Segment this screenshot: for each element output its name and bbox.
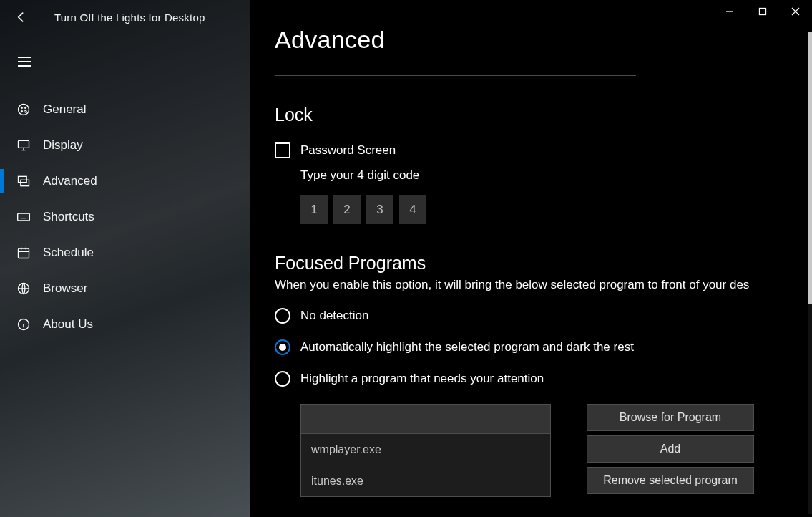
hamburger-button[interactable] xyxy=(7,44,41,79)
program-list-item[interactable]: wmplayer.exe xyxy=(300,434,551,465)
digit-1-button[interactable]: 1 xyxy=(300,195,328,224)
digit-2-button[interactable]: 2 xyxy=(333,195,361,224)
hamburger-icon xyxy=(18,57,31,67)
sidebar-item-advanced[interactable]: Advanced xyxy=(0,163,250,199)
main-panel: Advanced Lock Password Screen Type your … xyxy=(250,0,812,517)
remove-program-button[interactable]: Remove selected program xyxy=(587,467,754,494)
sidebar-item-label: Schedule xyxy=(43,246,94,260)
window-controls xyxy=(713,0,812,23)
svg-rect-8 xyxy=(19,248,29,258)
password-screen-label: Password Screen xyxy=(300,143,396,158)
focused-description: When you enable this option, it will bri… xyxy=(275,278,812,292)
arrow-left-icon xyxy=(14,10,29,24)
close-icon xyxy=(791,7,800,16)
sidebar-header: Turn Off the Lights for Desktop xyxy=(0,0,250,34)
radio-auto-highlight-label: Automatically highlight the selected pro… xyxy=(300,340,634,354)
calendar-icon xyxy=(16,245,31,261)
sidebar-item-label: General xyxy=(43,102,86,117)
password-screen-checkbox[interactable] xyxy=(275,142,290,158)
section-heading-lock: Lock xyxy=(275,105,812,125)
sidebar-item-label: About Us xyxy=(43,317,93,332)
sidebar-item-label: Display xyxy=(43,138,83,153)
sidebar-item-general[interactable]: General xyxy=(0,92,250,127)
program-list-column: wmplayer.exe itunes.exe xyxy=(300,404,551,497)
sidebar-item-label: Advanced xyxy=(43,174,97,188)
program-list-item[interactable]: itunes.exe xyxy=(300,465,551,497)
svg-rect-4 xyxy=(19,140,29,148)
sidebar-item-about[interactable]: About Us xyxy=(0,306,250,342)
sidebar-item-schedule[interactable]: Schedule xyxy=(0,235,250,271)
sidebar-item-label: Shortcuts xyxy=(43,210,94,224)
app-title: Turn Off the Lights for Desktop xyxy=(54,11,205,24)
monitor-icon xyxy=(16,137,31,153)
sidebar: Turn Off the Lights for Desktop General … xyxy=(0,0,250,517)
layers-icon xyxy=(16,173,31,189)
svg-rect-11 xyxy=(760,9,766,15)
code-label: Type your 4 digit code xyxy=(300,168,812,183)
program-path-input[interactable] xyxy=(300,404,551,434)
minimize-icon xyxy=(725,7,734,16)
globe-icon xyxy=(16,281,31,296)
title-divider xyxy=(275,75,636,76)
svg-rect-6 xyxy=(21,180,29,185)
scrollbar-track[interactable] xyxy=(808,32,812,514)
browse-program-button[interactable]: Browse for Program xyxy=(587,404,754,431)
section-heading-focused: Focused Programs xyxy=(275,253,812,274)
svg-point-0 xyxy=(19,105,29,115)
back-button[interactable] xyxy=(7,3,36,32)
minimize-button[interactable] xyxy=(713,0,746,23)
digit-3-button[interactable]: 3 xyxy=(366,195,393,224)
sidebar-item-label: Browser xyxy=(43,281,87,296)
svg-point-2 xyxy=(24,107,26,108)
page-title: Advanced xyxy=(275,26,812,54)
program-buttons-column: Browse for Program Add Remove selected p… xyxy=(587,404,754,497)
radio-no-detection-label: No detection xyxy=(300,309,368,323)
app-window: Turn Off the Lights for Desktop General … xyxy=(0,0,812,517)
password-screen-row: Password Screen xyxy=(275,142,812,158)
radio-auto-highlight-row: Automatically highlight the selected pro… xyxy=(275,339,812,355)
radio-attention[interactable] xyxy=(275,371,290,387)
add-program-button[interactable]: Add xyxy=(587,435,754,463)
svg-rect-7 xyxy=(18,213,30,221)
code-section: Type your 4 digit code 1 2 3 4 xyxy=(300,168,812,224)
nav-list: General Display Advanced Shortcuts xyxy=(0,92,250,342)
svg-point-3 xyxy=(21,110,22,112)
radio-no-detection[interactable] xyxy=(275,308,290,324)
svg-rect-5 xyxy=(19,176,27,182)
sidebar-item-shortcuts[interactable]: Shortcuts xyxy=(0,199,250,235)
sidebar-item-browser[interactable]: Browser xyxy=(0,271,250,306)
focused-programs-body: wmplayer.exe itunes.exe Browse for Progr… xyxy=(300,404,812,497)
palette-icon xyxy=(16,102,31,117)
radio-attention-label: Highlight a program that needs your atte… xyxy=(300,372,544,386)
scrollbar-thumb[interactable] xyxy=(808,32,812,304)
svg-point-1 xyxy=(21,107,22,108)
info-icon xyxy=(16,317,31,332)
maximize-icon xyxy=(758,7,767,16)
sidebar-item-display[interactable]: Display xyxy=(0,127,250,163)
radio-auto-highlight[interactable] xyxy=(275,339,290,355)
code-digits: 1 2 3 4 xyxy=(300,195,812,224)
maximize-button[interactable] xyxy=(746,0,779,23)
radio-attention-row: Highlight a program that needs your atte… xyxy=(275,371,812,387)
keyboard-icon xyxy=(16,209,31,225)
close-button[interactable] xyxy=(779,0,812,23)
radio-no-detection-row: No detection xyxy=(275,308,812,324)
digit-4-button[interactable]: 4 xyxy=(399,195,426,224)
